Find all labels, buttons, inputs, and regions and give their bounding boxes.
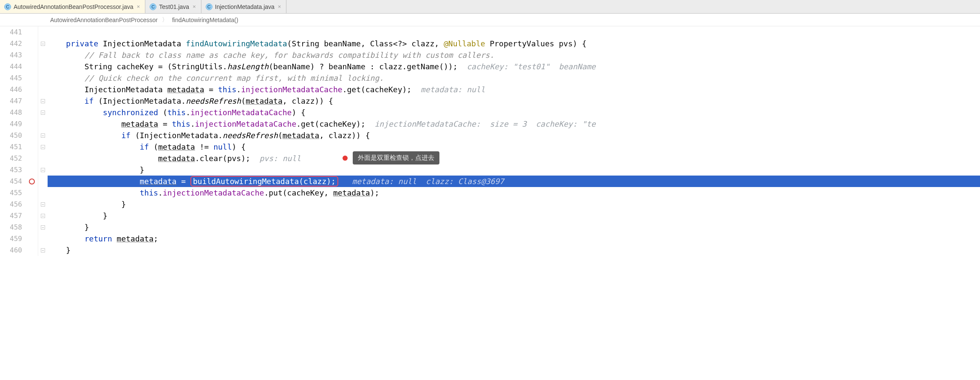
code-editor[interactable]: 441 442 443 444 445 446 447 448 449 450 … <box>0 26 980 256</box>
code-line[interactable] <box>48 26 980 38</box>
line-number: 455 <box>0 187 22 199</box>
fold-icon[interactable]: − <box>41 225 45 230</box>
editor-tabs: C AutowiredAnnotationBeanPostProcessor.j… <box>0 0 980 14</box>
code-line[interactable]: } <box>48 164 980 176</box>
code-line[interactable]: InjectionMetadata metadata = this.inject… <box>48 84 980 95</box>
annotation-bookmark[interactable]: 外面是双重检查锁，点进去 <box>343 151 439 164</box>
line-number: 446 <box>0 84 22 95</box>
fold-icon[interactable]: − <box>41 145 45 149</box>
breadcrumb: AutowiredAnnotationBeanPostProcessor 〉 f… <box>0 14 980 26</box>
fold-icon[interactable]: − <box>41 214 45 218</box>
line-number: 447 <box>0 95 22 107</box>
inline-debug-hint: pvs: null <box>250 154 301 163</box>
tab-test01[interactable]: C Test01.java × <box>145 0 201 13</box>
line-number: 449 <box>0 118 22 130</box>
close-icon[interactable]: × <box>192 3 197 10</box>
line-number: 450 <box>0 130 22 141</box>
java-class-icon: C <box>206 3 212 10</box>
line-number-gutter: 441 442 443 444 445 446 447 448 449 450 … <box>0 26 25 256</box>
code-line[interactable]: } <box>48 210 980 221</box>
line-number: 445 <box>0 72 22 84</box>
line-number: 460 <box>0 244 22 256</box>
chevron-right-icon: 〉 <box>162 16 168 24</box>
code-line[interactable]: } <box>48 221 980 233</box>
line-number: 457 <box>0 210 22 221</box>
code-line[interactable]: metadata.clear(pvs); pvs: null <box>48 153 980 164</box>
line-number: 444 <box>0 61 22 72</box>
inline-debug-hint: cacheKey: "test01" beanName <box>458 62 596 71</box>
inline-debug-hint: metadata: null clazz: Class@3697 <box>338 177 504 186</box>
code-line[interactable]: String cacheKey = (StringUtils.hasLength… <box>48 61 980 72</box>
breakpoint-marker[interactable] <box>25 176 38 187</box>
code-line[interactable]: synchronized (this.injectionMetadataCach… <box>48 107 980 118</box>
line-number: 456 <box>0 199 22 210</box>
breadcrumb-method[interactable]: findAutowiringMetadata() <box>172 17 238 23</box>
code-line[interactable]: metadata = this.injectionMetadataCache.g… <box>48 118 980 130</box>
breakpoint-gutter[interactable] <box>25 26 38 256</box>
close-icon[interactable]: × <box>277 3 282 10</box>
line-number: 453 <box>0 164 22 176</box>
line-number: 452 <box>0 153 22 164</box>
code-line[interactable]: return metadata; <box>48 233 980 244</box>
line-number: 459 <box>0 233 22 244</box>
code-line[interactable]: private InjectionMetadata findAutowiring… <box>48 38 980 49</box>
code-line[interactable]: if (InjectionMetadata.needsRefresh(metad… <box>48 130 980 141</box>
fold-icon[interactable]: − <box>41 42 45 46</box>
breakpoint-icon <box>29 179 35 184</box>
bookmark-dot-icon <box>343 156 348 161</box>
tab-label: Test01.java <box>159 3 189 10</box>
highlighted-call[interactable]: buildAutowiringMetadata(clazz); <box>190 176 338 187</box>
fold-icon[interactable]: − <box>41 111 45 115</box>
code-line[interactable]: if (metadata != null) { <box>48 141 980 153</box>
line-number: 443 <box>0 49 22 61</box>
tab-label: AutowiredAnnotationBeanPostProcessor.jav… <box>14 3 133 10</box>
close-icon[interactable]: × <box>136 3 141 10</box>
tab-label: InjectionMetadata.java <box>215 3 275 10</box>
code-area[interactable]: private InjectionMetadata findAutowiring… <box>48 26 980 256</box>
code-line[interactable]: } <box>48 244 980 256</box>
java-class-icon: C <box>150 3 156 10</box>
line-number: 441 <box>0 26 22 38</box>
line-number: 451 <box>0 141 22 153</box>
code-line[interactable]: // Quick check on the concurrent map fir… <box>48 72 980 84</box>
code-line[interactable]: if (InjectionMetadata.needsRefresh(metad… <box>48 95 980 107</box>
fold-icon[interactable]: − <box>41 248 45 252</box>
inline-debug-hint: metadata: null <box>411 85 485 94</box>
java-class-icon: C <box>4 3 11 10</box>
line-number: 458 <box>0 221 22 233</box>
breadcrumb-class[interactable]: AutowiredAnnotationBeanPostProcessor <box>50 17 158 23</box>
fold-icon[interactable]: − <box>41 168 45 172</box>
code-line[interactable]: } <box>48 199 980 210</box>
tab-injection-metadata[interactable]: C InjectionMetadata.java × <box>201 0 287 13</box>
line-number: 442 <box>0 38 22 49</box>
code-line[interactable]: // Fall back to class name as cache key,… <box>48 49 980 61</box>
fold-gutter[interactable]: − − − − − − − − − − <box>38 26 48 256</box>
inline-debug-hint: injectionMetadataCache: size = 3 cacheKe… <box>365 119 596 128</box>
line-number: 454 <box>0 176 22 187</box>
code-line-current[interactable]: metadata = buildAutowiringMetadata(clazz… <box>48 176 980 187</box>
annotation-tooltip: 外面是双重检查锁，点进去 <box>353 151 439 164</box>
fold-icon[interactable]: − <box>41 99 45 103</box>
fold-icon[interactable]: − <box>41 202 45 207</box>
tab-autowired-processor[interactable]: C AutowiredAnnotationBeanPostProcessor.j… <box>0 0 145 13</box>
fold-icon[interactable]: − <box>41 133 45 138</box>
code-line[interactable]: this.injectionMetadataCache.put(cacheKey… <box>48 187 980 199</box>
line-number: 448 <box>0 107 22 118</box>
